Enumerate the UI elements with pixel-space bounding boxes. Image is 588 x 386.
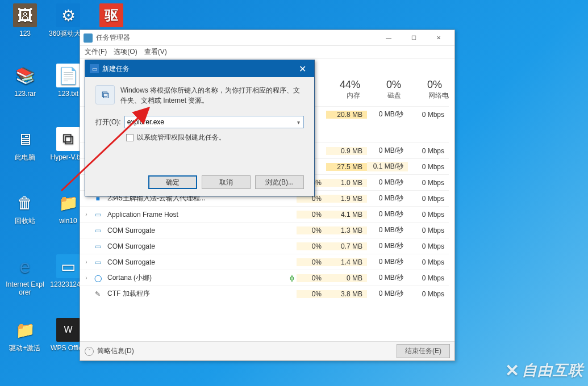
open-label: 打开(O):: [95, 118, 121, 127]
new-task-title: 新建任务: [102, 64, 290, 74]
expand-icon[interactable]: ›: [80, 259, 93, 265]
desktop-icon-folder-123[interactable]: 🖼123: [5, 3, 45, 37]
disk-cell: 0 MB/秒: [367, 110, 408, 119]
disk-cell: 0 MB/秒: [367, 273, 408, 283]
network-cell: 0 Mbps: [408, 211, 449, 219]
process-row[interactable]: ▭COM Surrogate0%0.7 MB0 MB/秒0 Mbps: [80, 238, 449, 254]
menu-options[interactable]: 选项(O): [114, 47, 137, 57]
expand-icon[interactable]: ›: [80, 275, 93, 281]
admin-checkbox-label: 以系统管理权限创建此任务。: [137, 133, 226, 142]
disk-cell: 0 MB/秒: [367, 225, 408, 235]
desktop-icon-driver-activate[interactable]: 📁驱动+激活: [5, 318, 45, 352]
new-task-titlebar[interactable]: ▭ 新建任务 ✕: [85, 60, 314, 77]
dialog-close-button[interactable]: ✕: [290, 60, 314, 77]
network-cell: 0 Mbps: [408, 111, 449, 119]
process-row[interactable]: ›▭COM Surrogate0%1.4 MB0 MB/秒0 Mbps: [80, 254, 449, 270]
memory-cell: 27.5 MB: [326, 163, 367, 171]
disk-cell: 0 MB/秒: [367, 194, 408, 203]
cpu-cell: 0%: [297, 290, 326, 298]
end-task-button[interactable]: 结束任务(E): [397, 344, 450, 358]
task-manager-menu: 文件(F) 选项(O) 查看(V): [80, 46, 454, 58]
desktop-icon-this-pc[interactable]: 🖥此电脑: [5, 127, 45, 161]
memory-cell: 20.8 MB: [326, 111, 367, 119]
maximize-button[interactable]: ☐: [401, 30, 426, 46]
disk-cell: 0.1 MB/秒: [367, 162, 408, 171]
memory-cell: 1.3 MB: [326, 226, 367, 234]
network-cell: 0 Mbps: [408, 226, 449, 234]
run-dialog-icon: ▭: [90, 64, 99, 73]
process-name: COM Surrogate: [106, 226, 287, 234]
ok-button[interactable]: 确定: [148, 175, 197, 189]
process-icon: ▭: [93, 258, 103, 267]
close-button[interactable]: ✕: [426, 30, 451, 46]
memory-cell: 1.9 MB: [326, 195, 367, 203]
memory-cell: 0.9 MB: [326, 147, 367, 155]
admin-checkbox-row[interactable]: 以系统管理权限创建此任务。: [126, 133, 304, 142]
minimize-button[interactable]: —: [376, 30, 401, 46]
memory-cell: 4.1 MB: [326, 211, 367, 219]
menu-file[interactable]: 文件(F): [85, 47, 107, 57]
process-row[interactable]: ›▭Application Frame Host0%4.1 MB0 MB/秒0 …: [80, 206, 449, 222]
desktop-icon-ie[interactable]: eInternet Explorer: [5, 254, 45, 296]
task-manager-footer: ˅ 简略信息(D) 结束任务(E): [80, 341, 454, 360]
new-task-dialog: ▭ 新建任务 ✕ ⧉ Windows 将根据你所键入的名称，为你打开相应的程序、…: [85, 60, 315, 196]
cpu-cell: 0%: [297, 258, 326, 266]
network-cell: 0 Mbps: [408, 258, 449, 266]
process-name: CTF 加载程序: [106, 289, 287, 299]
network-cell: 0 Mbps: [408, 290, 449, 298]
disk-cell: 0 MB/秒: [367, 178, 408, 187]
desktop-icon-rar[interactable]: 📚123.rar: [5, 64, 45, 98]
disk-cell: 0 MB/秒: [367, 289, 408, 299]
disk-cell: 0 MB/秒: [367, 146, 408, 156]
memory-cell: 1.0 MB: [326, 179, 367, 187]
process-icon: ✎: [93, 290, 103, 299]
process-row[interactable]: ›◯Cortana (小娜)ϕ0%0 MB0 MB/秒0 Mbps: [80, 270, 449, 286]
disk-cell: 0 MB/秒: [367, 241, 408, 251]
expand-icon[interactable]: ›: [80, 211, 93, 217]
process-row[interactable]: ▭COM Surrogate0%1.3 MB0 MB/秒0 Mbps: [80, 222, 449, 238]
open-combobox[interactable]: ▾: [124, 116, 304, 128]
memory-cell: 3.8 MB: [326, 290, 367, 298]
watermark: ✕自由互联: [505, 360, 583, 380]
task-manager-titlebar[interactable]: 任务管理器 — ☐ ✕: [80, 30, 454, 46]
col-memory[interactable]: 44%内存: [319, 79, 360, 100]
cpu-cell: 0%: [297, 211, 326, 219]
network-cell: 0 Mbps: [408, 179, 449, 187]
open-input[interactable]: [127, 118, 296, 126]
memory-cell: 0 MB: [326, 274, 367, 282]
memory-cell: 1.4 MB: [326, 258, 367, 266]
process-icon: ▭: [93, 210, 103, 219]
column-headers: 44%内存 0%磁盘 0%网络 电: [319, 79, 448, 100]
memory-cell: 0.7 MB: [326, 242, 367, 250]
new-task-description: Windows 将根据你所键入的名称，为你打开相应的程序、文件夹、文档或 Int…: [120, 85, 304, 106]
process-name: Cortana (小娜): [106, 273, 287, 283]
cancel-button[interactable]: 取消: [202, 175, 251, 189]
brief-info-link[interactable]: 简略信息(D): [97, 346, 397, 356]
browse-button[interactable]: 浏览(B)...: [255, 175, 304, 189]
run-icon: ⧉: [95, 85, 115, 104]
network-cell: 0 Mbps: [408, 147, 449, 155]
process-icon: ▭: [93, 226, 103, 235]
dropdown-icon[interactable]: ▾: [296, 119, 301, 125]
desktop-icon-recycle-bin[interactable]: 🗑回收站: [5, 191, 45, 225]
process-icon: ◯: [93, 274, 103, 283]
process-name: Application Frame Host: [106, 211, 287, 219]
cpu-cell: 0%: [297, 274, 326, 282]
process-row[interactable]: ✎CTF 加载程序0%3.8 MB0 MB/秒0 Mbps: [80, 286, 449, 301]
disk-cell: 0 MB/秒: [367, 257, 408, 267]
process-name: COM Surrogate: [106, 258, 287, 266]
network-cell: 0 Mbps: [408, 242, 449, 250]
task-manager-title: 任务管理器: [96, 33, 376, 43]
network-cell: 0 Mbps: [408, 163, 449, 171]
expand-down-icon[interactable]: ˅: [85, 347, 94, 356]
menu-view[interactable]: 查看(V): [144, 47, 167, 57]
admin-checkbox[interactable]: [126, 134, 134, 141]
network-cell: 0 Mbps: [408, 274, 449, 282]
task-manager-icon: [84, 33, 93, 43]
cpu-cell: 0%: [297, 226, 326, 234]
cpu-cell: 0%: [297, 242, 326, 250]
col-disk[interactable]: 0%磁盘: [360, 79, 401, 100]
process-icon: ▭: [93, 242, 103, 251]
process-name: COM Surrogate: [106, 242, 287, 250]
col-network[interactable]: 0%网络: [401, 79, 442, 100]
